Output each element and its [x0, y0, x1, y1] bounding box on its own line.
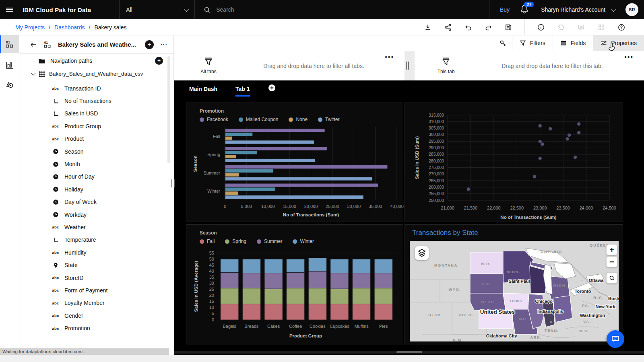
legend-title: Season	[200, 230, 314, 236]
legend-item[interactable]: None	[289, 117, 308, 122]
properties-button[interactable]: Properties	[593, 35, 644, 51]
field-item[interactable]: Season	[19, 145, 173, 158]
this-tab-filter-dock[interactable]: This tab Drag and drop data here to filt…	[415, 51, 644, 80]
save-button[interactable]	[504, 23, 512, 31]
field-item[interactable]: Hour of Day	[19, 171, 173, 183]
field-item[interactable]: abcProduct	[19, 133, 173, 145]
field-item[interactable]: abcStoreID	[19, 272, 173, 284]
navigation-paths-row[interactable]: Navigation paths +	[19, 54, 173, 68]
field-item[interactable]: abcForm of Payment	[19, 284, 173, 296]
top-header: IBM Cloud Pak for Data All Search Buy 27…	[0, 0, 644, 19]
help-button[interactable]	[617, 23, 625, 31]
tab-tab-1[interactable]: Tab 1	[235, 86, 250, 97]
tab-main-dash[interactable]: Main Dash	[189, 86, 217, 97]
svg-text:Winter: Winter	[207, 189, 220, 193]
legend-item[interactable]: Fall	[200, 239, 215, 244]
product-title: IBM Cloud Pak for Data	[23, 6, 91, 13]
key-button[interactable]	[494, 35, 512, 51]
field-item[interactable]: Temperature	[19, 234, 173, 246]
legend-item[interactable]: Mailed Coupon	[239, 117, 279, 122]
field-item[interactable]: No of Transactions	[19, 95, 173, 107]
panel-scrollbar[interactable]	[167, 56, 170, 163]
panel-resize-handle[interactable]	[171, 179, 175, 187]
breadcrumb-separator: /	[89, 24, 91, 31]
breadcrumb-dashboards[interactable]: Dashboards	[54, 24, 85, 31]
chat-assistant-button[interactable]	[607, 330, 624, 348]
this-tab-overflow-menu[interactable]: •••	[624, 53, 634, 61]
field-item[interactable]: Sales in USD	[19, 107, 173, 120]
field-item[interactable]: abcWeather	[19, 221, 173, 233]
svg-text:01: 01	[44, 41, 48, 45]
legend-item[interactable]: Summer	[257, 239, 282, 244]
history-button[interactable]	[557, 23, 565, 31]
legend-title: Promotion	[200, 108, 339, 114]
comment-button[interactable]	[577, 23, 585, 31]
info-button[interactable]	[537, 23, 545, 31]
legend-item[interactable]: Facebook	[200, 117, 228, 122]
assets-button[interactable]	[597, 23, 605, 31]
add-navigation-path-button[interactable]: +	[155, 57, 163, 65]
map-widget-transactions-by-state[interactable]: Transactions by State	[405, 224, 623, 345]
all-tabs-filter-dock[interactable]: All tabs Drag and drop data here to filt…	[177, 51, 405, 80]
map-layers-button[interactable]	[415, 246, 429, 260]
map-label: MO.	[519, 317, 528, 321]
field-label: Holiday	[64, 186, 83, 193]
avatar[interactable]: SR	[625, 3, 638, 16]
field-item[interactable]: abcPromotion	[19, 322, 173, 334]
add-tab-button[interactable]	[268, 84, 276, 93]
search-icon	[609, 275, 615, 281]
canvas-horizontal-scrollbar[interactable]	[174, 351, 644, 354]
field-item[interactable]: abcGender	[19, 309, 173, 322]
all-tabs-overflow-menu[interactable]: •••	[385, 53, 394, 61]
back-icon[interactable]	[30, 41, 37, 48]
map-label: ONTARIO	[541, 250, 562, 254]
bar-chart-widget-promotion-by-season[interactable]: Promotion FacebookMailed CouponNoneTwitt…	[186, 103, 403, 222]
field-item[interactable]: Workday	[19, 208, 173, 221]
rail-sources-tab[interactable]: 01	[0, 35, 19, 53]
field-label: Month	[64, 161, 80, 167]
map-zoom-out-button[interactable]: −	[606, 256, 617, 267]
panel-overflow-menu[interactable]: ⋯	[160, 40, 168, 49]
map-search-button[interactable]	[606, 272, 617, 284]
share-button[interactable]	[444, 23, 452, 31]
legend-item[interactable]: Twitter	[318, 117, 339, 122]
hamburger-menu-button[interactable]	[0, 0, 19, 19]
breadcrumb-my-projects[interactable]: My Projects	[15, 24, 45, 31]
field-item[interactable]: abcLoyalty Member	[19, 297, 173, 309]
field-item[interactable]: abcProduct Group	[19, 120, 173, 132]
field-item[interactable]: Month	[19, 158, 173, 170]
rail-visualizations-tab[interactable]	[0, 56, 19, 74]
notifications-button[interactable]: 27	[520, 4, 530, 15]
scatter-chart-widget-sales-vs-transactions[interactable]: 250,000255,000260,000265,000270,000275,0…	[405, 103, 623, 222]
svg-text:280,000: 280,000	[429, 158, 444, 163]
fields-button[interactable]: Fields	[553, 35, 593, 51]
account-menu[interactable]: Sharyn Richard's Account	[541, 6, 615, 13]
global-search[interactable]: Search	[195, 0, 489, 19]
stacked-bar-widget-sales-by-product-group[interactable]: Season FallSpringSummerWinter 0510152025…	[186, 224, 403, 345]
field-item[interactable]: State	[19, 259, 173, 271]
field-item[interactable]: abcHumidity	[19, 246, 173, 259]
undo-button[interactable]	[464, 23, 472, 31]
field-item[interactable]: Day of Week	[19, 196, 173, 208]
field-item[interactable]: abcTransaction ID	[19, 82, 173, 95]
legend-swatch	[200, 239, 204, 244]
map-zoom-in-button[interactable]: +	[606, 244, 617, 255]
legend-item[interactable]: Spring	[225, 239, 246, 244]
table-row[interactable]: Bakery_Sales_and_Weather_data_csv	[19, 68, 173, 80]
legend-item[interactable]: Winter	[293, 239, 314, 244]
map-label: Indianapolis	[537, 309, 563, 314]
map-label: NEBR.	[481, 300, 496, 304]
svg-text:275,000: 275,000	[429, 165, 444, 170]
add-source-button[interactable]: +	[145, 40, 154, 49]
rail-media-tab[interactable]	[0, 76, 19, 93]
field-item[interactable]: Holiday	[19, 183, 173, 195]
redo-button[interactable]	[484, 23, 492, 31]
scrollbar-thumb[interactable]	[396, 351, 422, 353]
dock-resize-handle[interactable]	[406, 62, 409, 70]
filters-button[interactable]: Filters	[512, 35, 553, 51]
buy-link[interactable]: Buy	[500, 6, 510, 13]
map-label: Ottawa	[589, 278, 604, 283]
download-button[interactable]	[424, 23, 432, 31]
svg-text:0: 0	[212, 317, 214, 322]
search-scope-dropdown[interactable]: All	[119, 0, 195, 19]
